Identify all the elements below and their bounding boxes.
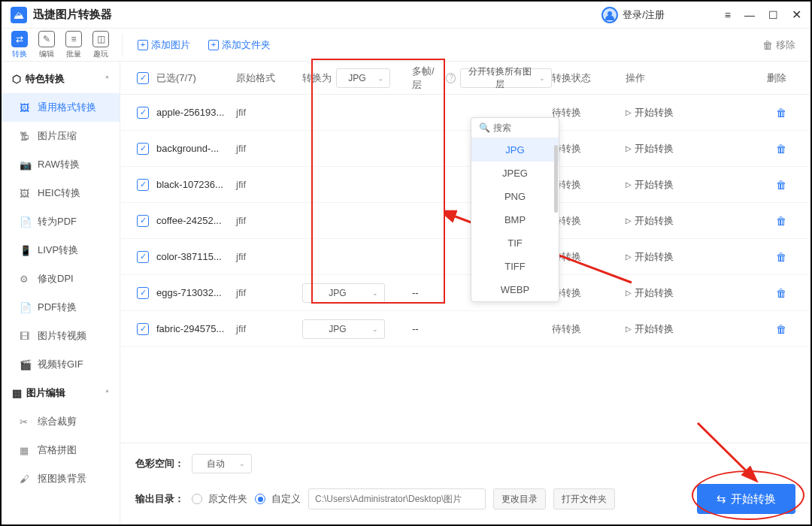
sidebar-item-label: LIVP转换 (38, 243, 78, 257)
top-toolbar: ⇄转换✎编辑≡批量◫趣玩 + 添加图片 + 添加文件夹 🗑 移除 (2, 29, 810, 62)
row-start-button[interactable]: ▷开始转换 (626, 322, 723, 336)
mode-编辑[interactable]: ✎编辑 (35, 31, 59, 59)
sidebar-item[interactable]: ⚙修改DPI (2, 265, 120, 293)
row-delete-button[interactable]: 🗑 (776, 107, 786, 119)
sidebar-item[interactable]: 🖼通用格式转换 (2, 93, 120, 122)
format-dropdown-popup: 🔍 JPGJPEGPNGBMPTIFTIFFWEBP (471, 117, 559, 302)
login-text: 登录/注册 (623, 8, 665, 22)
maximize-icon[interactable]: ☐ (768, 9, 778, 21)
sidebar-item-label: 视频转GIF (38, 358, 83, 371)
sidebar-item-label: PDF转换 (38, 301, 77, 314)
radio-orig-folder[interactable]: 原文件夹 (192, 492, 247, 506)
sidebar-item-icon: ⚙ (20, 274, 32, 285)
sidebar-item-icon: 📄 (20, 216, 32, 228)
row-checkbox[interactable]: ✓ (137, 179, 149, 191)
row-checkbox[interactable]: ✓ (137, 323, 149, 335)
header-layer-dropdown[interactable]: 分开转换所有图层 ⌄ (460, 68, 552, 88)
sidebar-item-icon: 📄 (20, 302, 32, 313)
login-button[interactable]: 登录/注册 (601, 7, 665, 23)
close-icon[interactable]: ✕ (792, 8, 801, 22)
remove-button[interactable]: 🗑 移除 (762, 38, 795, 52)
sidebar-item-label: 综合裁剪 (38, 415, 77, 428)
start-convert-button[interactable]: ⇆ 开始转换 (697, 484, 795, 514)
mode-转换[interactable]: ⇄转换 (8, 31, 32, 59)
row-checkbox[interactable]: ✓ (137, 143, 149, 155)
mode-批量[interactable]: ≡批量 (62, 31, 86, 59)
sidebar-item[interactable]: ✂综合裁剪 (2, 407, 120, 436)
add-image-button[interactable]: + 添加图片 (138, 38, 190, 52)
sidebar-item[interactable]: 📱LIVP转换 (2, 236, 120, 265)
select-all-checkbox[interactable]: ✓ (137, 72, 149, 84)
colorspace-dropdown[interactable]: 自动 ⌄ (192, 454, 252, 473)
col-del: 删除 (723, 71, 801, 85)
row-checkbox[interactable]: ✓ (137, 251, 149, 263)
row-format-dropdown[interactable]: JPG⌄ (302, 319, 385, 339)
sidebar-item[interactable]: 🖼HEIC转换 (2, 179, 120, 207)
cell-orig-fmt: jfif (236, 215, 302, 226)
sidebar-item-icon: 🎬 (20, 359, 32, 370)
sidebar-item-icon: ✂ (20, 416, 32, 428)
row-checkbox[interactable]: ✓ (137, 107, 149, 119)
change-dir-button[interactable]: 更改目录 (493, 488, 546, 509)
row-start-button[interactable]: ▷开始转换 (626, 142, 723, 156)
cell-orig-fmt: jfif (236, 323, 302, 334)
row-delete-button[interactable]: 🗑 (776, 251, 786, 263)
cell-status: 待转换 (552, 142, 626, 156)
row-delete-button[interactable]: 🗑 (776, 215, 786, 227)
menu-icon[interactable]: ≡ (725, 9, 731, 21)
radio-custom-folder[interactable]: 自定义 (255, 492, 301, 506)
format-option[interactable]: BMP (471, 208, 559, 231)
mode-趣玩[interactable]: ◫趣玩 (89, 31, 113, 59)
row-start-button[interactable]: ▷开始转换 (626, 286, 723, 300)
row-start-button[interactable]: ▷开始转换 (626, 106, 723, 119)
row-start-button[interactable]: ▷开始转换 (626, 250, 723, 264)
mode-icon: ⇄ (11, 31, 28, 47)
minimize-icon[interactable]: — (744, 9, 755, 21)
format-option[interactable]: JPEG (471, 162, 559, 185)
row-checkbox[interactable]: ✓ (137, 287, 149, 299)
format-option[interactable]: TIF (471, 231, 559, 255)
row-format-dropdown[interactable]: JPG⌄ (302, 283, 385, 303)
open-folder-button[interactable]: 打开文件夹 (553, 488, 615, 509)
sidebar-item[interactable]: 📄PDF转换 (2, 293, 120, 322)
row-delete-button[interactable]: 🗑 (776, 323, 786, 335)
row-start-button[interactable]: ▷开始转换 (626, 214, 723, 228)
cell-orig-fmt: jfif (236, 251, 302, 262)
sidebar-item-icon: 🎞 (20, 331, 32, 342)
format-option[interactable]: TIFF (471, 255, 559, 278)
output-path-input[interactable] (308, 488, 486, 509)
sidebar-item[interactable]: ▦宫格拼图 (2, 436, 120, 464)
sidebar-item-label: 转为PDF (38, 215, 77, 228)
table-row: ✓ color-387115... jfif 待转换 ▷开始转换 🗑 (120, 239, 810, 275)
row-start-button[interactable]: ▷开始转换 (626, 178, 723, 192)
help-icon[interactable]: ? (446, 73, 456, 83)
titlebar: ⛰ 迅捷图片转换器 登录/注册 ≡ — ☐ ✕ (2, 2, 810, 29)
row-delete-button[interactable]: 🗑 (776, 179, 786, 191)
cell-filename: apple-256193... (156, 107, 236, 118)
row-checkbox[interactable]: ✓ (137, 215, 149, 227)
sidebar-item[interactable]: 🖌抠图换背景 (2, 464, 120, 493)
format-search-input[interactable] (493, 122, 546, 133)
play-icon: ▷ (626, 289, 632, 297)
row-delete-button[interactable]: 🗑 (776, 143, 786, 155)
table-row: ✓ fabric-294575... jfif JPG⌄ -- 待转换 ▷开始转… (120, 311, 810, 347)
sidebar-group-edit[interactable]: ▦ 图片编辑 ˄ (2, 379, 120, 407)
sidebar-item[interactable]: 📄转为PDF (2, 207, 120, 236)
sidebar-item[interactable]: 🎞图片转视频 (2, 322, 120, 350)
plus-icon: + (208, 40, 219, 50)
add-folder-button[interactable]: + 添加文件夹 (208, 38, 271, 52)
sidebar-item[interactable]: 🗜图片压缩 (2, 122, 120, 150)
format-search[interactable]: 🔍 (471, 118, 559, 138)
format-option[interactable]: JPG (471, 138, 559, 162)
sidebar-item[interactable]: 🎬视频转GIF (2, 350, 120, 379)
format-option[interactable]: WEBP (471, 278, 559, 301)
col-status: 转换状态 (552, 71, 626, 85)
format-option[interactable]: PNG (471, 185, 559, 208)
cell-filename: black-107236... (156, 179, 236, 190)
row-delete-button[interactable]: 🗑 (776, 287, 786, 299)
sidebar-group-feature[interactable]: ⬡ 特色转换 ˄ (2, 65, 120, 93)
app-title: 迅捷图片转换器 (33, 8, 112, 22)
header-format-dropdown[interactable]: JPG ⌃ (336, 68, 390, 88)
scrollbar[interactable] (554, 145, 558, 213)
sidebar-item[interactable]: 📷RAW转换 (2, 150, 120, 179)
